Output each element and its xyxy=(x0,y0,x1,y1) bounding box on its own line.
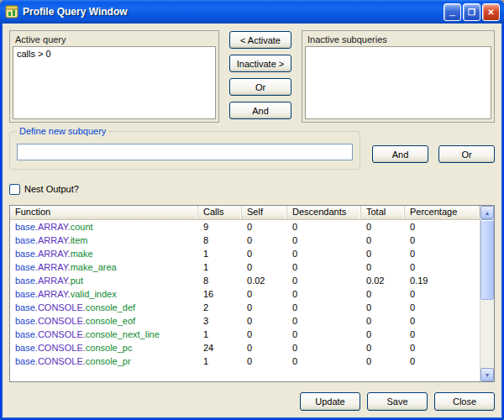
column-header-descendants[interactable]: Descendants xyxy=(287,206,361,219)
function-name-cell: base.ARRAY.put xyxy=(10,276,198,286)
or-combine-button[interactable]: Or xyxy=(229,78,291,96)
value-cell: 0 xyxy=(242,316,287,326)
value-cell: 1 xyxy=(198,356,242,366)
maximize-button[interactable]: ❐ xyxy=(463,3,480,21)
close-dialog-button[interactable]: Close xyxy=(434,392,495,411)
value-cell: 0 xyxy=(287,329,361,339)
function-name-cell: base.ARRAY.valid_index xyxy=(10,289,198,299)
value-cell: 0 xyxy=(361,235,405,245)
inactive-subqueries-label: Inactive subqueries xyxy=(305,33,491,46)
activate-button[interactable]: < Activate xyxy=(229,31,291,49)
function-name-cell: base.ARRAY.make_area xyxy=(10,262,198,272)
nest-output-checkbox[interactable] xyxy=(9,184,20,195)
maximize-icon: ❐ xyxy=(468,8,475,17)
value-cell: 9 xyxy=(198,222,242,232)
query-section: Active query calls > 0 < Activate Inacti… xyxy=(9,30,495,123)
inactivate-button[interactable]: Inactivate > xyxy=(229,55,291,72)
table-row[interactable]: base.ARRAY.item80000 xyxy=(10,234,480,247)
value-cell: 0.02 xyxy=(361,276,405,286)
value-cell: 0.19 xyxy=(405,276,480,286)
scrollbar-thumb[interactable] xyxy=(480,219,494,300)
app-icon xyxy=(5,5,18,18)
value-cell: 0 xyxy=(242,343,287,353)
function-name-cell: base.CONSOLE.console_pc xyxy=(10,343,198,353)
and-combine-button[interactable]: And xyxy=(229,102,291,119)
value-cell: 1 xyxy=(198,262,242,272)
value-cell: 0 xyxy=(361,262,405,272)
value-cell: 1 xyxy=(198,249,242,259)
table-row[interactable]: base.CONSOLE.console_def20000 xyxy=(10,301,480,314)
value-cell: 0 xyxy=(287,302,361,312)
function-name-cell: base.ARRAY.count xyxy=(10,222,198,232)
query-transfer-buttons: < Activate Inactivate > Or And xyxy=(226,30,295,123)
value-cell: 0 xyxy=(361,329,405,339)
active-query-panel: Active query calls > 0 xyxy=(9,30,219,123)
footer-buttons: Update Save Close xyxy=(9,392,495,411)
value-cell: 0 xyxy=(405,302,480,312)
value-cell: 0 xyxy=(405,222,480,232)
table-row[interactable]: base.ARRAY.make_area10000 xyxy=(10,260,480,274)
value-cell: 0 xyxy=(405,235,480,245)
window-title: Profile Query Window xyxy=(23,6,444,18)
table-header-row: FunctionCallsSelfDescendantsTotalPercent… xyxy=(10,206,480,220)
table-row[interactable]: base.ARRAY.put80.0200.020.19 xyxy=(10,274,480,287)
update-button[interactable]: Update xyxy=(300,392,360,411)
column-header-percentage[interactable]: Percentage xyxy=(405,206,480,219)
value-cell: 0 xyxy=(242,235,287,245)
scroll-up-button[interactable]: ▲ xyxy=(480,206,494,219)
table-row[interactable]: base.CONSOLE.console_eof30000 xyxy=(10,314,480,328)
save-button[interactable]: Save xyxy=(367,392,428,411)
table-row[interactable]: base.ARRAY.valid_index160000 xyxy=(10,287,480,301)
value-cell: 0 xyxy=(405,249,480,259)
table-row[interactable]: base.ARRAY.count90000 xyxy=(10,220,480,234)
column-header-calls[interactable]: Calls xyxy=(198,206,242,219)
minimize-button[interactable]: ─ xyxy=(444,3,461,21)
profile-query-window: Profile Query Window ─ ❐ ✕ Active query … xyxy=(0,0,504,420)
minimize-icon: ─ xyxy=(449,11,455,20)
value-cell: 0 xyxy=(361,302,405,312)
titlebar[interactable]: Profile Query Window ─ ❐ ✕ xyxy=(0,0,504,24)
vertical-scrollbar[interactable]: ▲ ▼ xyxy=(480,206,494,381)
active-query-list[interactable]: calls > 0 xyxy=(13,46,216,119)
value-cell: 0 xyxy=(405,343,480,353)
value-cell: 0 xyxy=(242,289,287,299)
table-row[interactable]: base.ARRAY.make10000 xyxy=(10,247,480,260)
value-cell: 0 xyxy=(242,329,287,339)
value-cell: 16 xyxy=(198,289,242,299)
value-cell: 0 xyxy=(287,235,361,245)
value-cell: 0 xyxy=(287,343,361,353)
nest-output-row: Nest Output? xyxy=(9,183,495,195)
table-row[interactable]: base.CONSOLE.console_pr10000 xyxy=(10,354,480,368)
value-cell: 0 xyxy=(405,316,480,326)
active-query-label: Active query xyxy=(13,33,216,46)
table-row[interactable]: base.CONSOLE.console_next_line10000 xyxy=(10,328,480,341)
define-subquery-groupbox: Define new subquery xyxy=(9,131,360,170)
active-query-item[interactable]: calls > 0 xyxy=(17,49,51,59)
value-cell: 0 xyxy=(287,356,361,366)
subquery-and-button[interactable]: And xyxy=(372,145,428,163)
close-button[interactable]: ✕ xyxy=(482,3,500,21)
function-name-cell: base.CONSOLE.console_pr xyxy=(10,356,198,366)
value-cell: 0 xyxy=(361,289,405,299)
scroll-up-icon: ▲ xyxy=(485,210,491,216)
value-cell: 2 xyxy=(198,302,242,312)
subquery-input[interactable] xyxy=(17,144,353,160)
column-header-self[interactable]: Self xyxy=(242,206,287,219)
value-cell: 0 xyxy=(287,316,361,326)
inactive-subqueries-list[interactable] xyxy=(305,46,491,119)
value-cell: 8 xyxy=(198,276,242,286)
value-cell: 0 xyxy=(242,222,287,232)
value-cell: 0 xyxy=(242,249,287,259)
value-cell: 0 xyxy=(361,316,405,326)
value-cell: 0 xyxy=(287,276,361,286)
value-cell: 0 xyxy=(361,222,405,232)
subquery-or-button[interactable]: Or xyxy=(438,145,495,163)
column-header-function[interactable]: Function xyxy=(10,206,198,219)
function-name-cell: base.CONSOLE.console_eof xyxy=(10,316,198,326)
value-cell: 0 xyxy=(287,262,361,272)
table-row[interactable]: base.CONSOLE.console_pc240000 xyxy=(10,341,480,354)
scroll-down-button[interactable]: ▼ xyxy=(480,368,494,381)
value-cell: 0 xyxy=(405,289,480,299)
table-main: FunctionCallsSelfDescendantsTotalPercent… xyxy=(10,206,480,381)
column-header-total[interactable]: Total xyxy=(361,206,405,219)
